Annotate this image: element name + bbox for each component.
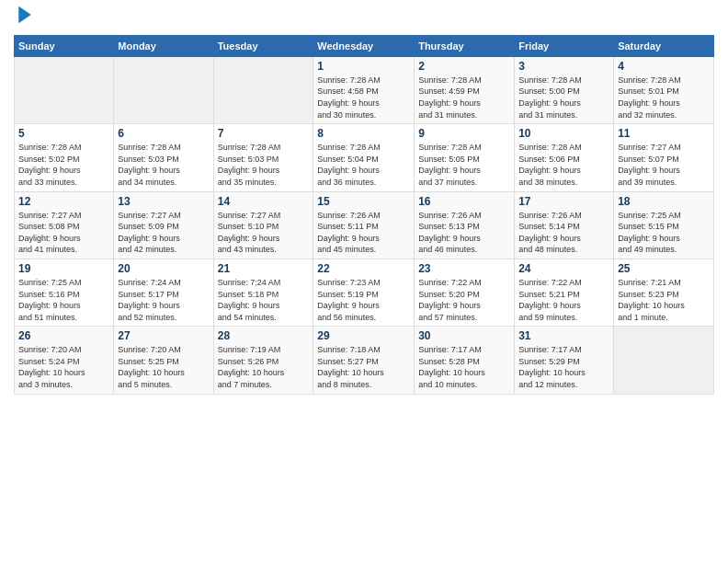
day-info: Sunrise: 7:26 AM Sunset: 5:14 PM Dayligh… <box>518 210 609 256</box>
day-info: Sunrise: 7:22 AM Sunset: 5:21 PM Dayligh… <box>518 277 609 323</box>
header-day: Friday <box>515 35 614 56</box>
day-number: 4 <box>618 60 710 73</box>
calendar-cell: 29Sunrise: 7:18 AM Sunset: 5:27 PM Dayli… <box>313 327 415 394</box>
day-info: Sunrise: 7:28 AM Sunset: 5:02 PM Dayligh… <box>18 142 109 188</box>
header-day: Wednesday <box>313 35 415 56</box>
calendar-week: 26Sunrise: 7:20 AM Sunset: 5:24 PM Dayli… <box>15 327 714 394</box>
calendar-cell: 22Sunrise: 7:23 AM Sunset: 5:19 PM Dayli… <box>313 259 415 326</box>
day-info: Sunrise: 7:18 AM Sunset: 5:27 PM Dayligh… <box>317 344 410 390</box>
calendar-cell <box>614 327 714 394</box>
day-info: Sunrise: 7:19 AM Sunset: 5:26 PM Dayligh… <box>218 344 310 390</box>
day-number: 7 <box>218 127 310 140</box>
day-number: 5 <box>18 127 109 140</box>
calendar-cell: 16Sunrise: 7:26 AM Sunset: 5:13 PM Dayli… <box>415 191 515 259</box>
calendar-cell: 26Sunrise: 7:20 AM Sunset: 5:24 PM Dayli… <box>15 327 114 394</box>
day-info: Sunrise: 7:28 AM Sunset: 5:04 PM Dayligh… <box>317 142 410 188</box>
calendar-week: 1Sunrise: 7:28 AM Sunset: 4:58 PM Daylig… <box>15 56 714 123</box>
day-number: 10 <box>518 127 609 140</box>
header-day: Saturday <box>614 35 714 56</box>
calendar-cell: 20Sunrise: 7:24 AM Sunset: 5:17 PM Dayli… <box>114 259 213 326</box>
day-number: 31 <box>518 329 609 342</box>
calendar-cell: 28Sunrise: 7:19 AM Sunset: 5:26 PM Dayli… <box>213 327 313 394</box>
calendar-container: SundayMondayTuesdayWednesdayThursdayFrid… <box>0 0 728 404</box>
day-info: Sunrise: 7:27 AM Sunset: 5:07 PM Dayligh… <box>618 142 710 188</box>
day-info: Sunrise: 7:28 AM Sunset: 5:06 PM Dayligh… <box>518 142 609 188</box>
calendar-cell: 1Sunrise: 7:28 AM Sunset: 4:58 PM Daylig… <box>313 56 415 123</box>
day-info: Sunrise: 7:21 AM Sunset: 5:23 PM Dayligh… <box>618 277 710 323</box>
calendar-cell: 8Sunrise: 7:28 AM Sunset: 5:04 PM Daylig… <box>313 124 415 191</box>
day-info: Sunrise: 7:20 AM Sunset: 5:24 PM Dayligh… <box>18 344 109 390</box>
calendar-week: 5Sunrise: 7:28 AM Sunset: 5:02 PM Daylig… <box>15 124 714 191</box>
calendar-cell: 4Sunrise: 7:28 AM Sunset: 5:01 PM Daylig… <box>614 56 714 123</box>
calendar-week: 19Sunrise: 7:25 AM Sunset: 5:16 PM Dayli… <box>15 259 714 326</box>
day-number: 2 <box>418 60 510 73</box>
day-info: Sunrise: 7:27 AM Sunset: 5:08 PM Dayligh… <box>18 210 109 256</box>
header <box>14 9 714 28</box>
calendar-cell: 6Sunrise: 7:28 AM Sunset: 5:03 PM Daylig… <box>114 124 213 191</box>
day-number: 24 <box>518 262 609 275</box>
header-day: Sunday <box>15 35 114 56</box>
day-number: 20 <box>118 262 209 275</box>
logo <box>14 9 33 28</box>
day-number: 23 <box>418 262 510 275</box>
calendar-cell: 12Sunrise: 7:27 AM Sunset: 5:08 PM Dayli… <box>15 191 114 259</box>
calendar-week: 12Sunrise: 7:27 AM Sunset: 5:08 PM Dayli… <box>15 191 714 259</box>
day-info: Sunrise: 7:28 AM Sunset: 5:00 PM Dayligh… <box>518 75 609 121</box>
calendar-cell: 24Sunrise: 7:22 AM Sunset: 5:21 PM Dayli… <box>515 259 614 326</box>
calendar-cell: 23Sunrise: 7:22 AM Sunset: 5:20 PM Dayli… <box>415 259 515 326</box>
calendar-cell: 9Sunrise: 7:28 AM Sunset: 5:05 PM Daylig… <box>415 124 515 191</box>
day-info: Sunrise: 7:27 AM Sunset: 5:09 PM Dayligh… <box>118 210 209 256</box>
day-info: Sunrise: 7:25 AM Sunset: 5:16 PM Dayligh… <box>18 277 109 323</box>
calendar-cell: 31Sunrise: 7:17 AM Sunset: 5:29 PM Dayli… <box>515 327 614 394</box>
calendar-table: SundayMondayTuesdayWednesdayThursdayFrid… <box>14 35 714 395</box>
calendar-cell: 19Sunrise: 7:25 AM Sunset: 5:16 PM Dayli… <box>15 259 114 326</box>
day-info: Sunrise: 7:24 AM Sunset: 5:17 PM Dayligh… <box>118 277 209 323</box>
day-number: 6 <box>118 127 209 140</box>
day-number: 22 <box>317 262 410 275</box>
calendar-cell <box>114 56 213 123</box>
day-number: 13 <box>118 195 209 208</box>
day-number: 26 <box>18 329 109 342</box>
calendar-cell: 27Sunrise: 7:20 AM Sunset: 5:25 PM Dayli… <box>114 327 213 394</box>
day-number: 8 <box>317 127 410 140</box>
calendar-cell: 11Sunrise: 7:27 AM Sunset: 5:07 PM Dayli… <box>614 124 714 191</box>
day-info: Sunrise: 7:25 AM Sunset: 5:15 PM Dayligh… <box>618 210 710 256</box>
day-info: Sunrise: 7:26 AM Sunset: 5:11 PM Dayligh… <box>317 210 410 256</box>
day-info: Sunrise: 7:23 AM Sunset: 5:19 PM Dayligh… <box>317 277 410 323</box>
header-day: Thursday <box>415 35 515 56</box>
day-number: 14 <box>218 195 310 208</box>
day-info: Sunrise: 7:17 AM Sunset: 5:29 PM Dayligh… <box>518 344 609 390</box>
day-number: 12 <box>18 195 109 208</box>
calendar-cell: 15Sunrise: 7:26 AM Sunset: 5:11 PM Dayli… <box>313 191 415 259</box>
day-info: Sunrise: 7:22 AM Sunset: 5:20 PM Dayligh… <box>418 277 510 323</box>
day-info: Sunrise: 7:28 AM Sunset: 5:03 PM Dayligh… <box>218 142 310 188</box>
logo-icon <box>17 5 33 25</box>
day-info: Sunrise: 7:27 AM Sunset: 5:10 PM Dayligh… <box>218 210 310 256</box>
day-number: 28 <box>218 329 310 342</box>
day-number: 27 <box>118 329 209 342</box>
day-number: 11 <box>618 127 710 140</box>
calendar-cell: 2Sunrise: 7:28 AM Sunset: 4:59 PM Daylig… <box>415 56 515 123</box>
day-info: Sunrise: 7:26 AM Sunset: 5:13 PM Dayligh… <box>418 210 510 256</box>
calendar-cell: 30Sunrise: 7:17 AM Sunset: 5:28 PM Dayli… <box>415 327 515 394</box>
calendar-cell: 5Sunrise: 7:28 AM Sunset: 5:02 PM Daylig… <box>15 124 114 191</box>
day-info: Sunrise: 7:28 AM Sunset: 5:05 PM Dayligh… <box>418 142 510 188</box>
day-number: 29 <box>317 329 410 342</box>
calendar-cell: 10Sunrise: 7:28 AM Sunset: 5:06 PM Dayli… <box>515 124 614 191</box>
day-info: Sunrise: 7:20 AM Sunset: 5:25 PM Dayligh… <box>118 344 209 390</box>
calendar-cell: 3Sunrise: 7:28 AM Sunset: 5:00 PM Daylig… <box>515 56 614 123</box>
day-info: Sunrise: 7:28 AM Sunset: 5:03 PM Dayligh… <box>118 142 209 188</box>
calendar-cell <box>15 56 114 123</box>
day-number: 1 <box>317 60 410 73</box>
calendar-cell: 17Sunrise: 7:26 AM Sunset: 5:14 PM Dayli… <box>515 191 614 259</box>
header-day: Tuesday <box>213 35 313 56</box>
day-number: 30 <box>418 329 510 342</box>
day-number: 16 <box>418 195 510 208</box>
day-number: 15 <box>317 195 410 208</box>
svg-marker-0 <box>18 6 31 24</box>
calendar-cell: 13Sunrise: 7:27 AM Sunset: 5:09 PM Dayli… <box>114 191 213 259</box>
calendar-cell: 18Sunrise: 7:25 AM Sunset: 5:15 PM Dayli… <box>614 191 714 259</box>
day-number: 3 <box>518 60 609 73</box>
day-info: Sunrise: 7:24 AM Sunset: 5:18 PM Dayligh… <box>218 277 310 323</box>
day-number: 17 <box>518 195 609 208</box>
